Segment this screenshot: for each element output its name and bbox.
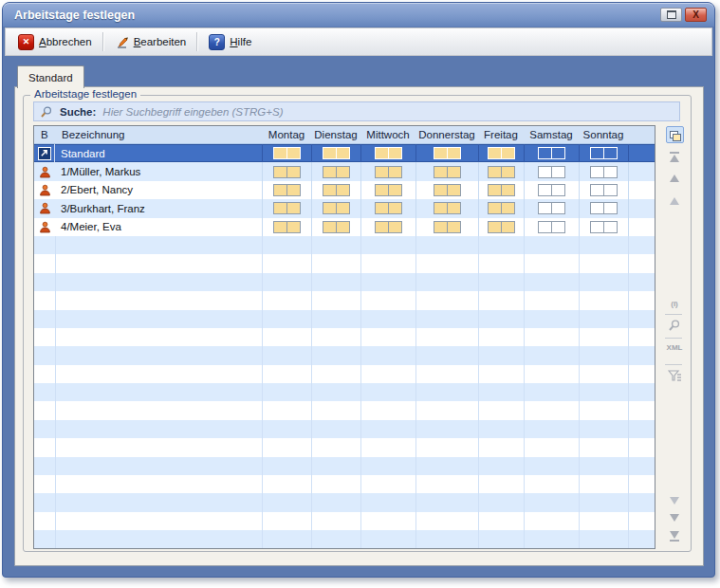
filler-cell (628, 218, 655, 236)
day-cell-samstag[interactable] (524, 199, 579, 217)
empty-row[interactable] (34, 530, 655, 548)
column-header-montag[interactable]: Montag (262, 126, 311, 143)
day-cell-mittwoch[interactable] (360, 181, 415, 199)
scroll-down-button[interactable] (659, 497, 690, 505)
move-row-down-button[interactable] (659, 514, 690, 522)
filler-cell (628, 181, 655, 199)
day-cell-mittwoch[interactable] (360, 199, 415, 217)
day-cell-samstag[interactable] (524, 162, 579, 180)
day-cell-freitag[interactable] (478, 218, 524, 236)
day-cell-montag[interactable] (262, 218, 311, 236)
xml-export-button[interactable]: XML (659, 343, 690, 352)
hilfe-button[interactable]: ?Hilfe (200, 30, 260, 53)
worktable: BBezeichnungMontagDienstagMittwochDonner… (33, 125, 655, 549)
day-cell-samstag[interactable] (524, 218, 579, 236)
day-cell-donnerstag[interactable] (415, 144, 478, 162)
arrow-down-light-icon (670, 497, 679, 505)
day-cell-sonntag[interactable] (579, 218, 628, 236)
column-header-bezeichnung[interactable]: Bezeichnung (55, 126, 262, 143)
empty-row[interactable] (34, 291, 655, 309)
bearbeiten-button[interactable]: Bearbeiten (106, 30, 195, 53)
day-cell-sonntag[interactable] (579, 199, 628, 217)
day-cell-freitag[interactable] (478, 144, 524, 162)
table-row[interactable]: 3/Burkhart, Franz (34, 199, 655, 217)
table-row[interactable]: Standard (34, 144, 655, 162)
day-cell-mittwoch[interactable] (360, 144, 415, 162)
empty-row[interactable] (34, 328, 655, 346)
zoom-button[interactable] (659, 319, 690, 332)
search-icon (40, 105, 53, 119)
empty-row[interactable] (34, 475, 655, 493)
empty-row[interactable] (34, 401, 655, 419)
worktable-body: Standard1/Müller, Markus2/Ebert, Nancy3/… (34, 144, 655, 549)
tab-content-panel: Arbeitstage festlegen Suche: Hier Suchbe… (14, 86, 704, 566)
abbrechen-button[interactable]: ✕Abbrechen (9, 30, 101, 53)
day-cell-mittwoch[interactable] (360, 218, 415, 236)
day-cell-freitag[interactable] (478, 162, 524, 180)
select-columns-button[interactable] (666, 126, 684, 143)
empty-row[interactable] (34, 236, 655, 254)
standard-icon (34, 144, 55, 162)
day-cell-dienstag[interactable] (311, 181, 360, 199)
tab-standard[interactable]: Standard (17, 65, 84, 88)
day-cell-donnerstag[interactable] (415, 218, 478, 236)
empty-row[interactable] (34, 365, 655, 383)
day-cell-sonntag[interactable] (579, 162, 628, 180)
person-icon (34, 218, 55, 236)
day-cell-freitag[interactable] (478, 199, 524, 217)
arrow-down-icon (670, 514, 679, 522)
day-cell-donnerstag[interactable] (415, 199, 478, 217)
empty-row[interactable] (34, 493, 655, 511)
day-cell-montag[interactable] (262, 162, 311, 180)
empty-row[interactable] (34, 254, 655, 272)
day-cell-mittwoch[interactable] (360, 162, 415, 180)
empty-row[interactable] (34, 346, 655, 364)
day-cell-samstag[interactable] (524, 144, 579, 162)
day-cell-dienstag[interactable] (311, 218, 360, 236)
day-cell-dienstag[interactable] (311, 162, 360, 180)
day-cell-dienstag[interactable] (311, 199, 360, 217)
close-button[interactable]: X (685, 8, 707, 22)
scroll-to-top-button[interactable] (659, 152, 690, 162)
day-cell-freitag[interactable] (478, 181, 524, 199)
table-row[interactable]: 1/Müller, Markus (34, 162, 655, 180)
table-row[interactable]: 4/Meier, Eva (34, 218, 655, 236)
column-header-samstag[interactable]: Samstag (524, 126, 579, 143)
table-row[interactable]: 2/Ebert, Nancy (34, 181, 655, 199)
empty-row[interactable] (34, 438, 655, 456)
column-header-sonntag[interactable]: Sonntag (579, 126, 628, 143)
empty-row[interactable] (34, 457, 655, 475)
column-header-filler (628, 126, 655, 143)
filter-button[interactable] (659, 370, 690, 382)
column-header-freitag[interactable]: Freitag (478, 126, 524, 143)
tab-label: Standard (28, 72, 73, 83)
day-cell-montag[interactable] (262, 144, 311, 162)
day-cell-donnerstag[interactable] (415, 181, 478, 199)
column-autofit-button[interactable]: (I) (659, 300, 690, 308)
column-header-mittwoch[interactable]: Mittwoch (360, 126, 415, 143)
day-cell-dienstag[interactable] (311, 144, 360, 162)
scroll-up-button[interactable] (659, 197, 690, 205)
empty-row[interactable] (34, 420, 655, 438)
column-header-donnerstag[interactable]: Donnerstag (415, 126, 478, 143)
empty-row[interactable] (34, 310, 655, 328)
day-cell-sonntag[interactable] (579, 144, 628, 162)
day-cell-montag[interactable] (262, 181, 311, 199)
day-cell-sonntag[interactable] (579, 181, 628, 199)
day-cell-donnerstag[interactable] (415, 162, 478, 180)
titlebar[interactable]: Arbeitstage festlegen X (3, 3, 714, 27)
toolbar-separator (102, 32, 104, 51)
search-label: Suche: (60, 106, 96, 118)
empty-row[interactable] (34, 512, 655, 530)
empty-row[interactable] (34, 383, 655, 401)
empty-row[interactable] (34, 273, 655, 291)
table-header: BBezeichnungMontagDienstagMittwochDonner… (34, 126, 655, 144)
restore-button[interactable] (660, 8, 682, 22)
column-header-b[interactable]: B (34, 126, 55, 143)
search-bar[interactable]: Suche: Hier Suchbegriff eingeben (STRG+S… (33, 101, 680, 121)
scroll-to-bottom-button[interactable] (659, 531, 690, 542)
day-cell-samstag[interactable] (524, 181, 579, 199)
column-header-dienstag[interactable]: Dienstag (311, 126, 360, 143)
move-row-up-button[interactable] (659, 175, 690, 182)
day-cell-montag[interactable] (262, 199, 311, 217)
